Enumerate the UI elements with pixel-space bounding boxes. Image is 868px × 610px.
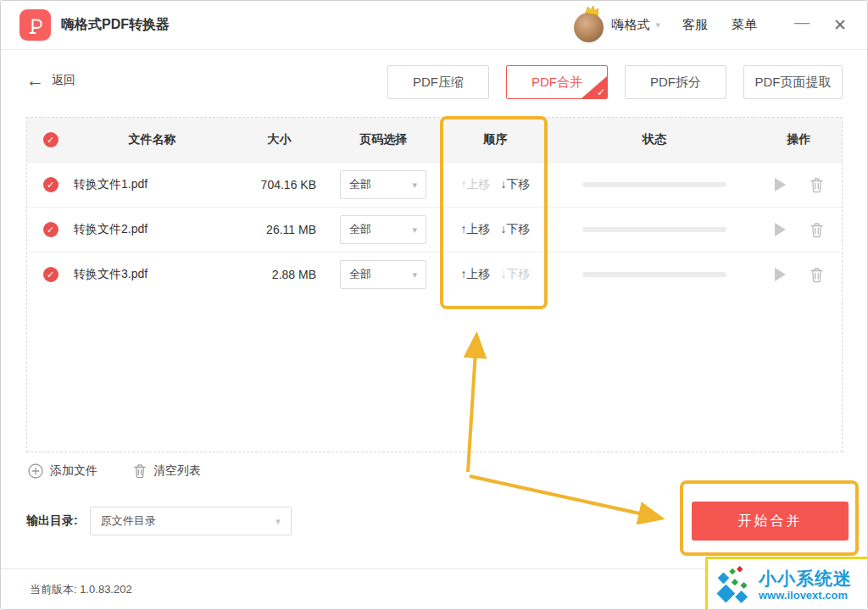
avatar — [574, 13, 604, 42]
chevron-down-icon: ▾ — [412, 269, 417, 280]
progress-bar — [582, 272, 726, 277]
start-merge-button[interactable]: 开始合并 — [692, 502, 849, 541]
move-down-button[interactable]: ↓下移 — [501, 222, 531, 237]
version-text: 当前版本: 1.0.83.202 — [30, 582, 132, 597]
row-checkbox[interactable]: ✓ — [43, 177, 58, 192]
file-size: 704.16 KB — [231, 178, 328, 191]
progress-bar — [582, 227, 726, 232]
trash-icon — [133, 463, 147, 479]
page-select-dropdown[interactable]: 全部 ▾ — [340, 170, 426, 199]
chevron-down-icon: ▾ — [275, 516, 281, 527]
minimize-button[interactable]: — — [794, 14, 810, 31]
play-button[interactable] — [775, 178, 786, 191]
select-all-checkbox[interactable]: ✓ — [43, 132, 58, 147]
play-button[interactable] — [775, 268, 786, 281]
col-header-pages: 页码选择 — [328, 132, 438, 147]
col-header-size: 大小 — [231, 132, 328, 147]
tab-pdf-merge[interactable]: PDF合并 ✓ — [506, 65, 608, 99]
delete-icon[interactable] — [810, 222, 824, 238]
watermark-logo-icon — [713, 563, 755, 607]
back-arrow-icon: ← — [26, 71, 44, 89]
table-row: ✓ 转换文件1.pdf 704.16 KB 全部 ▾ ↑上移 ↓下移 — [27, 162, 842, 207]
play-button[interactable] — [775, 223, 786, 236]
move-up-button[interactable]: ↑上移 — [461, 222, 491, 237]
file-size: 26.11 MB — [231, 223, 328, 236]
file-name: 转换文件3.pdf — [74, 267, 231, 282]
tab-pdf-compress[interactable]: PDF压缩 — [387, 65, 489, 99]
watermark: 小小系统迷 www.ilovext.com — [705, 557, 868, 610]
col-header-actions: 操作 — [756, 132, 842, 147]
file-table: ✓ 文件名称 大小 页码选择 顺序 状态 操作 ✓ 转换文件1.pdf 704.… — [26, 117, 843, 452]
add-file-button[interactable]: 添加文件 — [28, 463, 97, 479]
customer-service-link[interactable]: 客服 — [682, 17, 708, 33]
delete-icon[interactable] — [810, 267, 824, 283]
chevron-down-icon: ▾ — [412, 225, 417, 236]
table-row: ✓ 转换文件2.pdf 26.11 MB 全部 ▾ ↑上移 ↓下移 — [27, 207, 842, 252]
file-size: 2.88 MB — [231, 268, 328, 281]
col-header-order: 顺序 — [438, 132, 553, 147]
user-name: 嗨格式 — [612, 17, 650, 33]
move-up-button[interactable]: ↑上移 — [461, 267, 491, 282]
back-label: 返回 — [52, 73, 75, 88]
app-title: 嗨格式PDF转换器 — [61, 16, 170, 34]
output-dir-label: 输出目录: — [26, 513, 78, 529]
col-header-name: 文件名称 — [74, 132, 231, 147]
menu-link[interactable]: 菜单 — [732, 17, 757, 33]
row-checkbox[interactable]: ✓ — [43, 267, 58, 282]
row-checkbox[interactable]: ✓ — [43, 222, 58, 237]
check-icon: ✓ — [597, 86, 605, 98]
table-row: ✓ 转换文件3.pdf 2.88 MB 全部 ▾ ↑上移 ↓下移 — [27, 252, 842, 297]
page-select-dropdown[interactable]: 全部 ▾ — [340, 215, 426, 244]
app-logo-icon — [19, 9, 51, 41]
chevron-down-icon: ▾ — [412, 180, 417, 191]
page-select-dropdown[interactable]: 全部 ▾ — [340, 260, 426, 289]
back-button[interactable]: ← 返回 — [26, 71, 75, 89]
user-avatar[interactable] — [574, 8, 604, 42]
delete-icon[interactable] — [810, 177, 824, 193]
close-button[interactable]: ✕ — [833, 15, 847, 35]
watermark-title: 小小系统迷 — [759, 568, 852, 588]
tab-pdf-split[interactable]: PDF拆分 — [625, 65, 726, 99]
file-name: 转换文件2.pdf — [74, 222, 231, 237]
watermark-url: www.ilovext.com — [759, 589, 852, 602]
move-up-button: ↑上移 — [461, 177, 491, 192]
app-window: 嗨格式PDF转换器 嗨格式 ▾ 客服 菜单 — ✕ ← 返回 PDF压缩 PDF… — [0, 0, 868, 610]
move-down-button: ↓下移 — [501, 267, 531, 282]
clear-list-button[interactable]: 清空列表 — [133, 463, 201, 479]
crown-icon — [584, 3, 601, 16]
output-dir-select[interactable]: 原文件目录 ▾ — [90, 507, 292, 535]
progress-bar — [582, 182, 726, 187]
table-header-row: ✓ 文件名称 大小 页码选择 顺序 状态 操作 — [27, 118, 842, 162]
move-down-button[interactable]: ↓下移 — [501, 177, 531, 192]
chevron-down-icon[interactable]: ▾ — [656, 19, 661, 30]
add-icon — [28, 463, 43, 479]
col-header-status: 状态 — [553, 132, 756, 147]
titlebar: 嗨格式PDF转换器 嗨格式 ▾ 客服 菜单 — ✕ — [1, 1, 867, 50]
mode-tabs: PDF压缩 PDF合并 ✓ PDF拆分 PDF页面提取 — [387, 65, 843, 99]
tab-pdf-page-extract[interactable]: PDF页面提取 — [743, 65, 843, 99]
file-name: 转换文件1.pdf — [74, 177, 231, 192]
